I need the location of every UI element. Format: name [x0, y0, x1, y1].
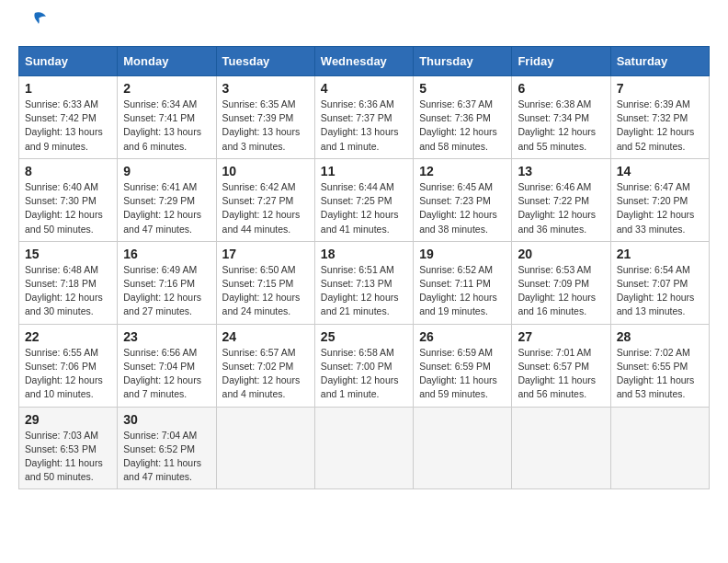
- day-number: 26: [419, 329, 506, 344]
- calendar-day-cell: 1 Sunrise: 6:33 AMSunset: 7:42 PMDayligh…: [19, 76, 118, 159]
- calendar-day-cell: 21 Sunrise: 6:54 AMSunset: 7:07 PMDaylig…: [610, 241, 709, 324]
- day-info: Sunrise: 6:54 AMSunset: 7:07 PMDaylight:…: [617, 263, 703, 319]
- day-info: Sunrise: 6:53 AMSunset: 7:09 PMDaylight:…: [518, 263, 604, 319]
- calendar-header-tuesday: Tuesday: [216, 47, 314, 76]
- day-info: Sunrise: 6:46 AMSunset: 7:22 PMDaylight:…: [518, 180, 604, 236]
- day-number: 21: [617, 247, 703, 261]
- day-number: 5: [419, 81, 506, 96]
- calendar-day-cell: 20 Sunrise: 6:53 AMSunset: 7:09 PMDaylig…: [512, 241, 610, 324]
- day-info: Sunrise: 6:41 AMSunset: 7:29 PMDaylight:…: [123, 180, 210, 236]
- day-info: Sunrise: 6:33 AMSunset: 7:42 PMDaylight:…: [25, 98, 111, 154]
- day-info: Sunrise: 6:52 AMSunset: 7:11 PMDaylight:…: [419, 263, 506, 319]
- calendar-day-cell: [610, 407, 709, 489]
- calendar-table: SundayMondayTuesdayWednesdayThursdayFrid…: [18, 46, 710, 489]
- calendar-header-saturday: Saturday: [610, 47, 709, 76]
- calendar-day-cell: 27 Sunrise: 7:01 AMSunset: 6:57 PMDaylig…: [512, 324, 610, 407]
- day-info: Sunrise: 6:49 AMSunset: 7:16 PMDaylight:…: [123, 263, 210, 319]
- calendar-day-cell: 6 Sunrise: 6:38 AMSunset: 7:34 PMDayligh…: [512, 76, 610, 159]
- calendar-day-cell: 9 Sunrise: 6:41 AMSunset: 7:29 PMDayligh…: [118, 158, 216, 241]
- day-info: Sunrise: 6:42 AMSunset: 7:27 PMDaylight:…: [222, 180, 309, 236]
- day-number: 22: [25, 329, 111, 344]
- day-info: Sunrise: 6:37 AMSunset: 7:36 PMDaylight:…: [419, 98, 506, 154]
- calendar-day-cell: 17 Sunrise: 6:50 AMSunset: 7:15 PMDaylig…: [216, 241, 314, 324]
- calendar-day-cell: 18 Sunrise: 6:51 AMSunset: 7:13 PMDaylig…: [314, 241, 413, 324]
- calendar-header-wednesday: Wednesday: [314, 47, 413, 76]
- calendar-day-cell: 28 Sunrise: 7:02 AMSunset: 6:55 PMDaylig…: [610, 324, 709, 407]
- calendar-day-cell: 30 Sunrise: 7:04 AMSunset: 6:52 PMDaylig…: [118, 407, 216, 489]
- day-number: 10: [222, 164, 309, 178]
- day-info: Sunrise: 6:39 AMSunset: 7:32 PMDaylight:…: [617, 98, 703, 154]
- calendar-day-cell: [512, 407, 610, 489]
- day-number: 29: [25, 412, 111, 427]
- day-info: Sunrise: 6:57 AMSunset: 7:02 PMDaylight:…: [222, 346, 309, 402]
- day-number: 2: [123, 81, 210, 96]
- calendar-day-cell: [216, 407, 314, 489]
- day-info: Sunrise: 6:40 AMSunset: 7:30 PMDaylight:…: [25, 180, 111, 236]
- day-number: 7: [617, 81, 703, 96]
- calendar-day-cell: 12 Sunrise: 6:45 AMSunset: 7:23 PMDaylig…: [414, 158, 512, 241]
- day-info: Sunrise: 6:59 AMSunset: 6:59 PMDaylight:…: [419, 346, 506, 402]
- calendar-day-cell: 10 Sunrise: 6:42 AMSunset: 7:27 PMDaylig…: [216, 158, 314, 241]
- day-info: Sunrise: 6:44 AMSunset: 7:25 PMDaylight:…: [321, 180, 407, 236]
- day-number: 15: [25, 247, 111, 261]
- calendar-header-monday: Monday: [118, 47, 216, 76]
- day-number: 30: [123, 412, 210, 427]
- calendar-day-cell: 14 Sunrise: 6:47 AMSunset: 7:20 PMDaylig…: [610, 158, 709, 241]
- day-info: Sunrise: 6:55 AMSunset: 7:06 PMDaylight:…: [25, 346, 111, 402]
- day-number: 13: [518, 164, 604, 178]
- calendar-day-cell: [414, 407, 512, 489]
- calendar-day-cell: 16 Sunrise: 6:49 AMSunset: 7:16 PMDaylig…: [118, 241, 216, 324]
- day-number: 12: [419, 164, 506, 178]
- calendar-day-cell: 3 Sunrise: 6:35 AMSunset: 7:39 PMDayligh…: [216, 76, 314, 159]
- logo: [18, 18, 48, 31]
- calendar-header-thursday: Thursday: [414, 47, 512, 76]
- calendar-day-cell: 29 Sunrise: 7:03 AMSunset: 6:53 PMDaylig…: [19, 407, 118, 489]
- day-number: 1: [25, 81, 111, 96]
- day-number: 28: [617, 329, 703, 344]
- day-number: 18: [321, 247, 407, 261]
- calendar-day-cell: 22 Sunrise: 6:55 AMSunset: 7:06 PMDaylig…: [19, 324, 118, 407]
- day-number: 3: [222, 81, 309, 96]
- calendar-header-friday: Friday: [512, 47, 610, 76]
- calendar-day-cell: [314, 407, 413, 489]
- calendar-header-sunday: Sunday: [19, 47, 118, 76]
- calendar-day-cell: 8 Sunrise: 6:40 AMSunset: 7:30 PMDayligh…: [19, 158, 118, 241]
- day-info: Sunrise: 6:34 AMSunset: 7:41 PMDaylight:…: [123, 98, 210, 154]
- calendar-week-row: 29 Sunrise: 7:03 AMSunset: 6:53 PMDaylig…: [19, 407, 710, 489]
- calendar-day-cell: 11 Sunrise: 6:44 AMSunset: 7:25 PMDaylig…: [314, 158, 413, 241]
- day-number: 11: [321, 164, 407, 178]
- logo-bird-icon: [22, 11, 48, 31]
- calendar-week-row: 15 Sunrise: 6:48 AMSunset: 7:18 PMDaylig…: [19, 241, 710, 324]
- day-number: 27: [518, 329, 604, 344]
- calendar-header-row: SundayMondayTuesdayWednesdayThursdayFrid…: [19, 47, 710, 76]
- day-number: 17: [222, 247, 309, 261]
- day-info: Sunrise: 7:03 AMSunset: 6:53 PMDaylight:…: [25, 429, 111, 485]
- day-info: Sunrise: 6:45 AMSunset: 7:23 PMDaylight:…: [419, 180, 506, 236]
- day-number: 19: [419, 247, 506, 261]
- day-number: 6: [518, 81, 604, 96]
- day-info: Sunrise: 6:36 AMSunset: 7:37 PMDaylight:…: [321, 98, 407, 154]
- day-info: Sunrise: 6:35 AMSunset: 7:39 PMDaylight:…: [222, 98, 309, 154]
- calendar-day-cell: 4 Sunrise: 6:36 AMSunset: 7:37 PMDayligh…: [314, 76, 413, 159]
- day-info: Sunrise: 6:47 AMSunset: 7:20 PMDaylight:…: [617, 180, 703, 236]
- calendar-week-row: 22 Sunrise: 6:55 AMSunset: 7:06 PMDaylig…: [19, 324, 710, 407]
- calendar-day-cell: 5 Sunrise: 6:37 AMSunset: 7:36 PMDayligh…: [414, 76, 512, 159]
- calendar-day-cell: 13 Sunrise: 6:46 AMSunset: 7:22 PMDaylig…: [512, 158, 610, 241]
- calendar-day-cell: 2 Sunrise: 6:34 AMSunset: 7:41 PMDayligh…: [118, 76, 216, 159]
- day-info: Sunrise: 7:01 AMSunset: 6:57 PMDaylight:…: [518, 346, 604, 402]
- day-info: Sunrise: 6:58 AMSunset: 7:00 PMDaylight:…: [321, 346, 407, 402]
- calendar-day-cell: 15 Sunrise: 6:48 AMSunset: 7:18 PMDaylig…: [19, 241, 118, 324]
- day-info: Sunrise: 6:38 AMSunset: 7:34 PMDaylight:…: [518, 98, 604, 154]
- day-info: Sunrise: 6:51 AMSunset: 7:13 PMDaylight:…: [321, 263, 407, 319]
- calendar-day-cell: 26 Sunrise: 6:59 AMSunset: 6:59 PMDaylig…: [414, 324, 512, 407]
- day-number: 25: [321, 329, 407, 344]
- calendar-day-cell: 23 Sunrise: 6:56 AMSunset: 7:04 PMDaylig…: [118, 324, 216, 407]
- day-number: 14: [617, 164, 703, 178]
- day-number: 23: [123, 329, 210, 344]
- day-info: Sunrise: 6:48 AMSunset: 7:18 PMDaylight:…: [25, 263, 111, 319]
- day-info: Sunrise: 6:56 AMSunset: 7:04 PMDaylight:…: [123, 346, 210, 402]
- calendar-day-cell: 7 Sunrise: 6:39 AMSunset: 7:32 PMDayligh…: [610, 76, 709, 159]
- calendar-day-cell: 25 Sunrise: 6:58 AMSunset: 7:00 PMDaylig…: [314, 324, 413, 407]
- day-info: Sunrise: 7:04 AMSunset: 6:52 PMDaylight:…: [123, 429, 210, 485]
- calendar-week-row: 8 Sunrise: 6:40 AMSunset: 7:30 PMDayligh…: [19, 158, 710, 241]
